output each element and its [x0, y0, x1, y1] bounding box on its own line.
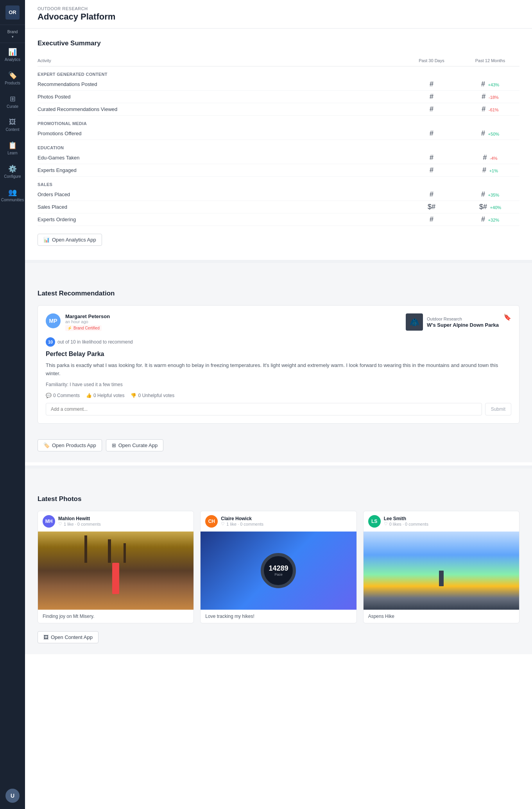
page-subtitle: Outdoor Research — [38, 6, 519, 11]
rec-comment-box: Submit — [46, 403, 511, 415]
sidebar-content-label: Content — [5, 127, 19, 132]
product-brand: Outdoor Research — [427, 317, 499, 321]
comment-icon: 💬 — [46, 393, 52, 398]
comment-input[interactable] — [46, 403, 482, 415]
row-past30: # — [402, 188, 461, 201]
row-past12: # -4% — [461, 152, 519, 164]
latest-photos-section: Latest Photos MH Mahlon Hewitt ♡ 1 like … — [25, 484, 532, 654]
row-change: +35% — [488, 193, 499, 197]
curate-icon: ⊞ — [10, 95, 16, 103]
table-row: Promotions Offered # # +50% — [38, 127, 519, 140]
row-label: Curated Recommendations Viewed — [38, 103, 402, 116]
row-past12: # +35% — [461, 188, 519, 201]
summary-group-header: Education — [38, 140, 519, 152]
heart-icon: ♡ — [221, 521, 225, 526]
products-btn-icon: 🏷️ — [43, 442, 50, 448]
photo-likes: 1 like · 0 comments — [226, 522, 263, 526]
table-row: Orders Placed # # +35% — [38, 188, 519, 201]
sidebar-item-curate[interactable]: ⊞ Curate — [0, 90, 25, 113]
row-label: Edu-Games Taken — [38, 152, 402, 164]
photo-user-stats: ♡ 1 like · 0 comments — [221, 521, 263, 526]
row-change: -4% — [490, 156, 498, 161]
photo-card-header: LS Lee Smith ♡ 0 likes · 0 comments — [364, 511, 519, 532]
helpful-icon: 👍 — [86, 393, 92, 398]
spacer-1 — [25, 263, 532, 279]
row-past12: # -18% — [461, 91, 519, 103]
table-row: Sales Placed $# $# +40% — [38, 201, 519, 213]
product-info: 🧥 Outdoor Research W's Super Alpine Down… — [406, 313, 499, 331]
sidebar-item-communities[interactable]: 👥 Communities — [0, 183, 25, 207]
logo-box: OR — [5, 5, 20, 20]
rec-buttons-row: 🏷️ Open Products App ⊞ Open Curate App — [38, 431, 519, 451]
rating-badge: 10 — [46, 337, 55, 347]
open-curate-label: Open Curate App — [118, 442, 158, 448]
row-change: -61% — [489, 107, 499, 112]
summary-group-header: Sales — [38, 177, 519, 189]
badge-icon: ⚡ — [67, 326, 72, 330]
spacer-2 — [25, 469, 532, 484]
photo-likes: 1 like · 0 comments — [64, 522, 101, 526]
row-change: +40% — [490, 205, 501, 210]
sidebar-item-configure[interactable]: ⚙️ Configure — [0, 160, 25, 183]
open-content-button[interactable]: 🖼 Open Content App — [38, 631, 99, 643]
row-label: Photos Posted — [38, 91, 402, 103]
open-analytics-button[interactable]: 📊 Open Analytics App — [38, 234, 102, 246]
rec-user-badge: ⚡ Brand Certified — [65, 325, 102, 331]
open-products-label: Open Products App — [52, 442, 96, 448]
row-past30: # — [402, 78, 461, 91]
rec-review-body: This parka is exactly what I was looking… — [46, 362, 511, 378]
row-change: +43% — [488, 82, 499, 87]
rec-save-icon[interactable]: 🔖 — [503, 313, 511, 321]
open-curate-button[interactable]: ⊞ Open Curate App — [106, 439, 163, 451]
rec-rating: 10 out of 10 in likelihood to recommend — [46, 337, 133, 347]
user-avatar[interactable]: U — [5, 789, 20, 803]
table-row: Recommendations Posted # # +43% — [38, 78, 519, 91]
photo-user-name: Mahlon Hewitt — [58, 516, 101, 521]
photo-card: LS Lee Smith ♡ 0 likes · 0 comments Aspe… — [363, 511, 519, 623]
helpful-votes: 0 Helpful votes — [93, 393, 124, 398]
row-change: +32% — [488, 218, 499, 222]
open-analytics-label: Open Analytics App — [52, 237, 96, 243]
photo-user-name: Claire Howick — [221, 516, 263, 521]
sidebar-item-analytics[interactable]: 📊 Analytics — [0, 43, 25, 66]
unhelpful-action[interactable]: 👎 0 Unhelpful votes — [131, 393, 174, 398]
section-divider-1 — [25, 260, 532, 263]
sidebar-brand-item[interactable]: Brand ▾ — [0, 25, 25, 43]
photo-user-stats: ♡ 0 likes · 0 comments — [384, 521, 428, 526]
table-row: Edu-Games Taken # # -4% — [38, 152, 519, 164]
content-btn-icon: 🖼 — [43, 634, 48, 640]
unhelpful-icon: 👎 — [131, 393, 136, 398]
communities-icon: 👥 — [8, 188, 17, 197]
analytics-icon: 📊 — [8, 48, 17, 56]
recommendation-card: MP Margaret Peterson an hour ago ⚡ Brand… — [38, 305, 519, 424]
photo-user-stats: ♡ 1 like · 0 comments — [58, 521, 101, 526]
rating-text: out of 10 in likelihood to recommend — [57, 339, 133, 345]
section-divider-2 — [25, 465, 532, 469]
rec-review-title: Perfect Belay Parka — [46, 351, 511, 358]
sidebar-item-content[interactable]: 🖼 Content — [0, 113, 25, 136]
submit-comment-button[interactable]: Submit — [485, 403, 511, 415]
row-label: Experts Ordering — [38, 213, 402, 226]
learn-icon: 📋 — [8, 141, 17, 150]
row-past30: # — [402, 213, 461, 226]
sidebar-item-products[interactable]: 🏷️ Products — [0, 66, 25, 90]
heart-icon: ♡ — [58, 521, 62, 526]
summary-group-header: Promotional Media — [38, 116, 519, 128]
sidebar-item-learn[interactable]: 📋 Learn — [0, 136, 25, 160]
products-icon: 🏷️ — [8, 71, 17, 80]
helpful-action[interactable]: 👍 0 Helpful votes — [86, 393, 124, 398]
page-title: Advocacy Platform — [38, 12, 519, 22]
comments-action[interactable]: 💬 0 Comments — [46, 393, 80, 398]
group-name: Promotional Media — [38, 116, 519, 128]
sidebar: OR Brand ▾ 📊 Analytics 🏷️ Products ⊞ Cur… — [0, 0, 25, 809]
open-content-label: Open Content App — [51, 634, 93, 640]
rec-user-avatar: MP — [46, 313, 61, 328]
rec-actions: 💬 0 Comments 👍 0 Helpful votes 👎 0 Unhel… — [46, 393, 511, 398]
badge-label: Brand Certified — [73, 326, 100, 330]
open-products-button[interactable]: 🏷️ Open Products App — [38, 439, 102, 451]
photo-caption: Love tracking my hikes! — [201, 610, 356, 623]
executive-summary-title: Executive Summary — [38, 39, 519, 47]
row-past12: # +32% — [461, 213, 519, 226]
table-row: Curated Recommendations Viewed # # -61% — [38, 103, 519, 116]
comments-count: 0 Comments — [53, 393, 80, 398]
